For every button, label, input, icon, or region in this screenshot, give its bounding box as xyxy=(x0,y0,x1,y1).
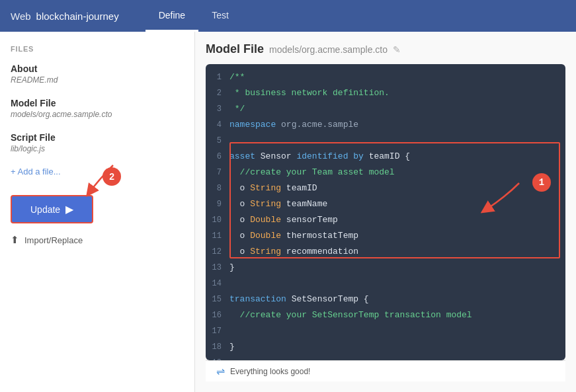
code-line: 18} xyxy=(206,339,565,355)
code-line: 19 xyxy=(206,355,565,360)
badge-2: 2 xyxy=(103,167,121,186)
code-line: 6asset Sensor identified by teamID { xyxy=(206,149,565,165)
code-line: 17 xyxy=(206,323,565,339)
main-layout: FILES About README.md Model File models/… xyxy=(0,32,576,392)
sidebar: FILES About README.md Model File models/… xyxy=(0,32,195,392)
code-line: 9 o String teamName xyxy=(206,196,565,212)
line-number: 17 xyxy=(206,324,229,338)
line-number: 7 xyxy=(206,165,229,180)
sidebar-item-script[interactable]: Script File lib/logic.js xyxy=(11,132,184,153)
model-sub: models/org.acme.sample.cto xyxy=(11,110,184,119)
line-number: 6 xyxy=(206,149,229,164)
line-number: 11 xyxy=(206,229,229,243)
about-sub: README.md xyxy=(11,75,184,85)
line-number: 2 xyxy=(206,86,229,100)
update-button[interactable]: Update ▶ xyxy=(11,195,93,223)
import-label: Import/Replace xyxy=(24,235,83,245)
line-content: o String recommendation xyxy=(229,245,565,259)
line-number: 13 xyxy=(206,260,229,275)
code-line: 16 //create your SetSensorTemp transacti… xyxy=(206,307,565,323)
content-area: Model File models/org.acme.sample.cto ✎ … xyxy=(195,32,576,392)
line-content: o String teamName xyxy=(229,197,565,212)
import-icon: ⬆ xyxy=(11,234,19,246)
line-number: 9 xyxy=(206,197,229,212)
import-replace-link[interactable]: ⬆ Import/Replace xyxy=(11,234,184,246)
code-line: 5 xyxy=(206,133,565,149)
code-line: 12 o String recommendation xyxy=(206,244,565,260)
code-line: 8 o String teamID xyxy=(206,180,565,196)
code-line: 14 xyxy=(206,276,565,292)
model-name: Model File xyxy=(11,98,184,108)
files-section-label: FILES xyxy=(11,45,184,53)
line-content: //create your SetSensorTemp transaction … xyxy=(229,308,565,323)
about-name: About xyxy=(11,63,184,74)
content-subtitle: models/org.acme.sample.cto xyxy=(269,44,388,55)
app-header: Web blockchain-journey Define Test xyxy=(0,0,576,32)
line-number: 12 xyxy=(206,245,229,259)
line-number: 1 xyxy=(206,70,229,85)
code-line: 10 o Double sensorTemp xyxy=(206,212,565,228)
script-name: Script File xyxy=(11,132,184,143)
line-number: 14 xyxy=(206,276,229,291)
line-number: 18 xyxy=(206,340,229,354)
brand-prefix: Web xyxy=(11,11,31,22)
content-title: Model File xyxy=(206,42,264,56)
line-content: //create your Team asset model xyxy=(229,165,565,180)
line-content: transaction SetSensorTemp { xyxy=(229,292,565,307)
sidebar-item-model[interactable]: Model File models/org.acme.sample.cto xyxy=(11,98,184,119)
line-number: 16 xyxy=(206,308,229,323)
line-content: } xyxy=(229,260,565,275)
code-line: 2 * business network definition. xyxy=(206,85,565,101)
line-content: */ xyxy=(229,102,565,116)
sidebar-item-about[interactable]: About README.md xyxy=(11,63,184,85)
line-number: 15 xyxy=(206,292,229,307)
line-number: 8 xyxy=(206,181,229,196)
code-editor[interactable]: 1 1/**2 * business network definition.3 … xyxy=(206,64,565,360)
line-content: asset Sensor identified by teamID { xyxy=(229,149,565,164)
content-header: Model File models/org.acme.sample.cto ✎ xyxy=(206,42,565,56)
line-number: 19 xyxy=(206,356,229,360)
line-content: o Double sensorTemp xyxy=(229,213,565,227)
line-number: 5 xyxy=(206,134,229,148)
line-content: } xyxy=(229,340,565,354)
tab-test[interactable]: Test xyxy=(198,0,242,32)
code-line: 3 */ xyxy=(206,101,565,117)
status-text: Everything looks good! xyxy=(230,367,310,376)
code-line: 11 o Double thermostatTemp xyxy=(206,228,565,244)
update-arrow-icon: ▶ xyxy=(65,203,73,216)
edit-icon[interactable]: ✎ xyxy=(393,44,401,55)
script-sub: lib/logic.js xyxy=(11,144,184,153)
line-content: o Double thermostatTemp xyxy=(229,229,565,243)
line-content: namespace org.acme.sample xyxy=(229,118,565,132)
code-line: 7 //create your Team asset model xyxy=(206,165,565,180)
line-content: * business network definition. xyxy=(229,86,565,100)
update-button-container: 2 Update ▶ xyxy=(11,195,93,223)
code-line: 15transaction SetSensorTemp { xyxy=(206,292,565,307)
line-number: 4 xyxy=(206,118,229,132)
line-number: 10 xyxy=(206,213,229,227)
badge-1: 1 xyxy=(532,173,551,192)
brand: Web blockchain-journey xyxy=(11,11,119,22)
status-bar: ⇌ Everything looks good! xyxy=(206,360,565,381)
line-content: o String teamID xyxy=(229,181,565,196)
code-body[interactable]: 1/**2 * business network definition.3 */… xyxy=(206,64,565,360)
header-tabs: Define Test xyxy=(145,0,242,32)
line-number: 3 xyxy=(206,102,229,116)
line-content: /** xyxy=(229,70,565,85)
add-file-link[interactable]: + Add a file... xyxy=(11,167,184,176)
status-icon: ⇌ xyxy=(216,365,225,377)
brand-name: blockchain-journey xyxy=(36,11,119,22)
update-label: Update xyxy=(30,204,60,215)
tab-define[interactable]: Define xyxy=(145,0,198,32)
code-line: 13} xyxy=(206,260,565,276)
code-line: 1/** xyxy=(206,69,565,85)
code-line: 4namespace org.acme.sample xyxy=(206,117,565,133)
